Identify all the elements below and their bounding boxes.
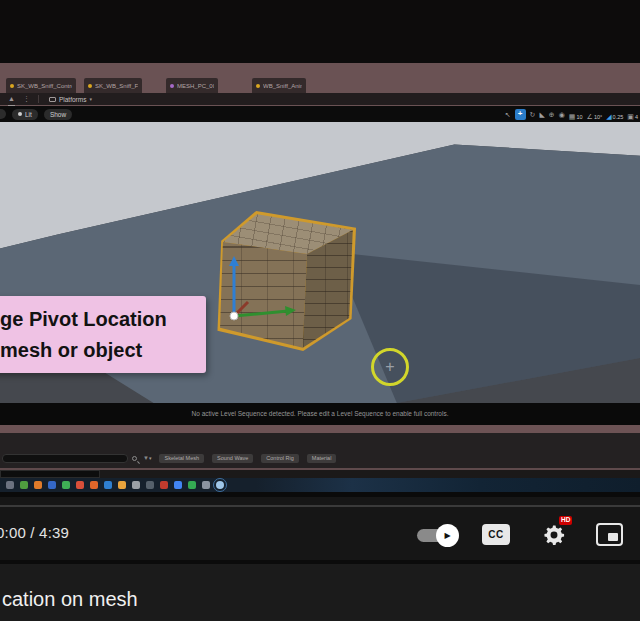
platforms-icon [49, 97, 56, 102]
toolbar-separator [38, 95, 39, 103]
asset-icon [88, 84, 92, 88]
gizmo-z-arrowhead [229, 256, 239, 266]
camera-speed-control[interactable]: ▣4 [627, 105, 638, 123]
search-icon [132, 456, 137, 461]
search-input[interactable] [2, 454, 128, 463]
move-tool-icon[interactable]: + [515, 109, 526, 120]
rotation-snap-control[interactable]: ∠10° [587, 105, 603, 123]
scale-snap-icon: ◢ [606, 113, 611, 120]
tab-fsfk[interactable]: SK_WB_Sniff_FSFK_Co... [84, 78, 142, 93]
lit-mode-button[interactable]: Lit [12, 109, 38, 120]
video-title: cation on mesh [2, 588, 138, 611]
page-top-strip [0, 560, 640, 564]
autoplay-knob: ▶ [436, 524, 459, 547]
annotation-line-2: mesh or object [0, 335, 206, 366]
asset-icon [10, 84, 14, 88]
autoplay-toggle[interactable]: ▶ [417, 529, 450, 542]
taskbar-app-icon[interactable] [62, 481, 70, 489]
taskbar-app-icon[interactable] [104, 481, 112, 489]
hd-quality-badge: HD [559, 516, 572, 525]
taskbar-app-icon[interactable] [202, 481, 210, 489]
asset-icon [256, 84, 260, 88]
player-control-bar: 0:00 / 4:39 ▶ CC HD [0, 497, 640, 560]
filter-material-button[interactable]: Material [307, 454, 337, 463]
taskbar-app-icon[interactable] [90, 481, 98, 489]
kebab-menu-icon[interactable]: ⋮ [23, 93, 30, 105]
show-label: Show [50, 111, 66, 118]
pivot-point[interactable] [230, 312, 238, 320]
windows-taskbar [0, 478, 640, 492]
tab-label: SK_WB_Sniff_ControlRig [17, 83, 72, 89]
tab-label: MESH_PC_00 [177, 83, 214, 89]
taskbar-app-icon[interactable] [160, 481, 168, 489]
tab-label: WB_Sniff_AnimBP [263, 83, 302, 89]
tab-controlrig[interactable]: SK_WB_Sniff_ControlRig [6, 78, 76, 93]
grid-snap-control[interactable]: ▦10 [569, 105, 583, 123]
sequencer-timeline-row [0, 470, 640, 478]
youtube-player: SK_WB_Sniff_ControlRig SK_WB_Sniff_FSFK_… [0, 0, 640, 621]
taskbar-app-icon[interactable] [188, 481, 196, 489]
video-letterbox-top [0, 0, 640, 63]
rotation-snap-icon: ∠ [587, 113, 593, 120]
3d-viewport[interactable]: ge Pivot Location mesh or object + [0, 122, 640, 403]
viewport-toolbar-right: ↖ + ↻ ◣ ⊕ ◉ ▦10 ∠10° ◢0.25 ▣4 [505, 106, 638, 122]
ue-tab-bar: SK_WB_Sniff_ControlRig SK_WB_Sniff_FSFK_… [0, 75, 640, 93]
tab-label: SK_WB_Sniff_FSFK_Co... [95, 83, 138, 89]
sequencer-message: No active Level Sequence detected. Pleas… [0, 403, 640, 425]
transform-gizmo[interactable] [220, 252, 305, 327]
watch-page: cation on mesh [0, 560, 640, 621]
filter-sound-wave-button[interactable]: Sound Wave [212, 454, 253, 463]
platforms-button[interactable]: Platforms ▾ [49, 96, 92, 103]
taskbar-app-icon[interactable] [146, 481, 154, 489]
subtitles-button[interactable]: CC [482, 524, 510, 545]
annotation-line-1: ge Pivot Location [0, 304, 206, 335]
grid-snap-value: 10 [576, 114, 582, 120]
animation-panel: ▼ ▾ Skeletal Mesh Sound Wave Control Rig… [0, 433, 640, 468]
surface-snap-icon[interactable]: ◉ [559, 109, 565, 120]
miniplayer-icon [608, 533, 618, 541]
gizmo-y-axis[interactable] [234, 311, 288, 316]
taskbar-app-icon[interactable] [118, 481, 126, 489]
taskbar-app-icon[interactable] [132, 481, 140, 489]
launch-icon[interactable]: ▲ [8, 93, 15, 106]
asset-icon [170, 84, 174, 88]
gear-icon [541, 522, 567, 548]
scale-snap-value: 0.25 [613, 114, 624, 120]
world-space-icon[interactable]: ⊕ [549, 109, 555, 120]
crosshair-icon: + [385, 358, 394, 375]
bulb-icon [18, 112, 22, 116]
taskbar-app-icon[interactable] [48, 481, 56, 489]
viewport-toolbar-left: Lit Show [0, 106, 72, 122]
filter-row: ▼ ▾ Skeletal Mesh Sound Wave Control Rig… [0, 452, 640, 464]
scale-tool-icon[interactable]: ◣ [539, 109, 544, 120]
taskbar-app-icon[interactable] [174, 481, 182, 489]
chevron-down-icon: ▾ [89, 96, 92, 102]
taskbar-app-icon[interactable] [20, 481, 28, 489]
taskbar-app-icon[interactable] [34, 481, 42, 489]
rotation-snap-value: 10° [594, 114, 602, 120]
filter-skeletal-mesh-button[interactable]: Skeletal Mesh [159, 454, 204, 463]
viewport-menu-icon[interactable] [0, 109, 6, 119]
camera-speed-icon: ▣ [627, 113, 634, 120]
seek-bar[interactable] [0, 505, 640, 507]
annotation-note: ge Pivot Location mesh or object [0, 296, 206, 373]
gizmo-y-arrowhead [285, 306, 296, 316]
taskbar-app-icon[interactable] [216, 481, 224, 489]
miniplayer-button[interactable] [596, 523, 623, 546]
cursor-click-indicator: + [371, 348, 409, 386]
tab-mesh[interactable]: MESH_PC_00 [166, 78, 218, 93]
tab-animbp[interactable]: WB_Sniff_AnimBP [252, 78, 306, 93]
settings-button[interactable] [541, 522, 567, 548]
chevron-down-icon: ▾ [149, 455, 152, 461]
filter-control-rig-button[interactable]: Control Rig [261, 454, 299, 463]
taskbar-app-icon[interactable] [76, 481, 84, 489]
scale-snap-control[interactable]: ◢0.25 [606, 105, 623, 123]
play-icon: ▶ [444, 531, 450, 540]
ue-main-toolbar: ▲ ⋮ Platforms ▾ [0, 93, 640, 106]
taskbar-app-icon[interactable] [6, 481, 14, 489]
rotate-tool-icon[interactable]: ↻ [530, 109, 536, 120]
timeline-field[interactable] [0, 470, 100, 478]
select-tool-icon[interactable]: ↖ [505, 109, 511, 120]
show-menu-button[interactable]: Show [44, 109, 72, 120]
camera-speed-value: 4 [635, 114, 638, 120]
